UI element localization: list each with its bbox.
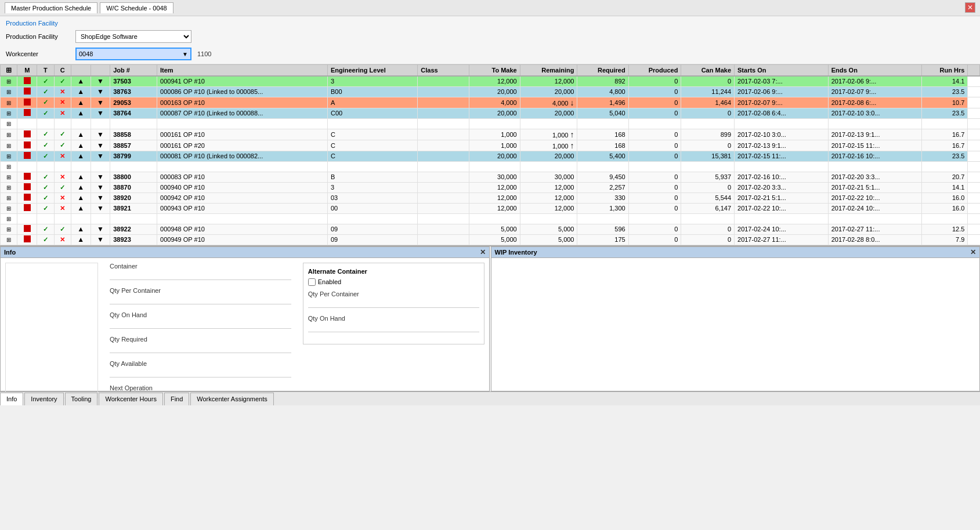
up-arrow[interactable]: ▲ [77, 225, 84, 233]
ends-on: 2017-02-06 9:... [831, 78, 877, 85]
expand-icon[interactable]: ⊞ [6, 174, 11, 180]
bottom-tab-workcenter-hours[interactable]: Workcenter Hours [99, 393, 162, 405]
expand-icon[interactable]: ⊞ [6, 110, 11, 117]
expand-icon[interactable]: ⊞ [6, 100, 11, 106]
down-arrow[interactable]: ▼ [97, 225, 104, 233]
down-arrow[interactable]: ▼ [97, 235, 104, 244]
prod-facility-label: Production Facility [6, 33, 75, 40]
table-row[interactable]: ⊞✓✕▲▼38923000949 OP #10095,0005,00017500… [1, 234, 980, 245]
expand-icon[interactable]: ⊞ [6, 132, 11, 138]
down-arrow[interactable]: ▼ [97, 183, 104, 191]
required: 2,257 [609, 184, 625, 191]
table-row[interactable]: ⊞✓✕▲▼38799000081 OP #10 (Linked to 00008… [1, 151, 980, 161]
main-table-wrapper[interactable]: ⊞ M T C Job # Item Engineering Level Cla… [0, 64, 980, 246]
bottom-tab-info[interactable]: Info [0, 393, 23, 405]
table-row[interactable]: ⊞ [1, 213, 980, 224]
up-arrow[interactable]: ▲ [77, 109, 84, 117]
qty-available-field: Qty Available [110, 360, 291, 377]
bottom-tab-workcenter-assignments[interactable]: Workcenter Assignments [190, 393, 273, 405]
table-row[interactable]: ⊞ [1, 118, 980, 129]
table-row[interactable]: ⊞✓✓▲▼38870000940 OP #10312,00012,0002,25… [1, 182, 980, 193]
tab-master-production[interactable]: Master Production Schedule [5, 2, 97, 13]
table-row[interactable]: ⊞✓✓▲▼38857000161 OP #20C1,0001,000 ↑1680… [1, 140, 980, 151]
down-arrow[interactable]: ▼ [97, 152, 104, 160]
ends-on: 2017-02-28 8:0... [831, 236, 880, 243]
up-arrow[interactable]: ▲ [77, 130, 84, 139]
table-row[interactable]: ⊞ [1, 161, 980, 172]
up-arrow[interactable]: ▲ [77, 88, 84, 96]
starts-on: 2017-02-03 7:... [737, 78, 783, 85]
table-row[interactable]: ⊞✓✕▲▼38800000083 OP #10B30,00030,0009,45… [1, 172, 980, 182]
down-arrow[interactable]: ▼ [97, 109, 104, 117]
table-row[interactable]: ⊞✓✕▲▼29053000163 OP #10A4,0004,000 ↓1,49… [1, 97, 980, 108]
up-arrow[interactable]: ▲ [77, 194, 84, 202]
prod-facility-select[interactable]: ShopEdge Software [75, 30, 191, 43]
expand-icon[interactable]: ⊞ [6, 216, 11, 222]
expand-icon[interactable]: ⊞ [6, 164, 11, 170]
up-arrow[interactable]: ▲ [77, 77, 84, 85]
down-arrow[interactable]: ▼ [97, 141, 104, 150]
bottom-tab-find[interactable]: Find [164, 393, 189, 405]
up-arrow[interactable]: ▲ [77, 204, 84, 212]
to-make: 12,000 [497, 194, 517, 201]
bottom-tab-tooling[interactable]: Tooling [65, 393, 98, 405]
production-facility-link[interactable]: Production Facility [6, 20, 58, 27]
up-arrow[interactable]: ▲ [77, 141, 84, 150]
info-panel-close[interactable]: ✕ [480, 248, 486, 256]
table-row[interactable]: ⊞✓✕▲▼38764000087 OP #10 (Linked to 00008… [1, 108, 980, 118]
table-row[interactable]: ⊞✓✕▲▼38921000943 OP #100012,00012,0001,3… [1, 203, 980, 213]
expand-icon[interactable]: ⊞ [6, 184, 11, 191]
table-row[interactable]: ⊞✓✓▲▼38858000161 OP #10C1,0001,000 ↑1680… [1, 129, 980, 140]
starts-on: 2017-02-08 6:4... [737, 110, 786, 117]
t-check: ✓ [43, 153, 48, 159]
wip-panel-close[interactable]: ✕ [970, 248, 976, 256]
c-x: ✕ [60, 110, 65, 117]
table-row[interactable]: ⊞✓✓▲▼38922000948 OP #10095,0005,00059600… [1, 224, 980, 234]
tab-wc-schedule[interactable]: W/C Schedule - 0048 [100, 2, 173, 13]
alt-qty-on-hand-field: Qty On Hand [308, 315, 479, 332]
required: 4,800 [609, 88, 625, 95]
produced: 0 [674, 142, 678, 149]
close-button[interactable]: ✕ [965, 2, 975, 13]
job-number: 38923 [113, 236, 131, 243]
job-number: 29053 [113, 99, 131, 106]
expand-icon[interactable]: ⊞ [6, 121, 11, 127]
up-arrow[interactable]: ▲ [77, 183, 84, 191]
required: 1,300 [609, 205, 625, 212]
expand-icon[interactable]: ⊞ [6, 205, 11, 212]
info-right-col: Alternate Container Enabled Qty Per Cont… [303, 263, 484, 398]
up-arrow[interactable]: ▲ [77, 235, 84, 244]
table-header-row: ⊞ M T C Job # Item Engineering Level Cla… [1, 65, 980, 77]
col-header-startson: Starts On [735, 65, 829, 77]
ends-on: 2017-02-22 10:... [831, 194, 880, 201]
workcenter-input[interactable]: 0048 ▼ [75, 48, 191, 60]
down-arrow[interactable]: ▼ [97, 173, 104, 181]
expand-icon[interactable]: ⊞ [6, 143, 11, 149]
up-arrow[interactable]: ▲ [77, 99, 84, 107]
table-row[interactable]: ⊞✓✕▲▼38920000942 OP #100312,00012,000330… [1, 193, 980, 203]
table-row[interactable]: ⊞✓✕▲▼38763000086 OP #10 (Linked to 00008… [1, 86, 980, 97]
eng-level: B00 [331, 88, 342, 95]
expand-icon[interactable]: ⊞ [6, 89, 11, 95]
down-arrow[interactable]: ▼ [97, 204, 104, 212]
eng-level: 3 [331, 78, 334, 85]
expand-icon[interactable]: ⊞ [6, 78, 11, 85]
required: 596 [614, 226, 625, 233]
c-check: ✓ [60, 141, 65, 148]
table-row[interactable]: ⊞✓✓▲▼37503000941 OP #10312,00012,0008920… [1, 76, 980, 86]
up-arrow[interactable]: ▲ [77, 152, 84, 160]
down-arrow[interactable]: ▼ [97, 99, 104, 107]
enabled-checkbox[interactable] [308, 278, 316, 286]
expand-icon[interactable]: ⊞ [6, 237, 11, 243]
up-arrow[interactable]: ▲ [77, 173, 84, 181]
expand-icon[interactable]: ⊞ [6, 195, 11, 201]
col-header-down [91, 65, 110, 77]
bottom-tab-inventory[interactable]: Inventory [24, 393, 63, 405]
expand-icon[interactable]: ⊞ [6, 153, 11, 159]
down-arrow[interactable]: ▼ [97, 130, 104, 139]
expand-icon[interactable]: ⊞ [6, 226, 11, 233]
down-arrow[interactable]: ▼ [97, 194, 104, 202]
qty-required-value [110, 344, 291, 353]
down-arrow[interactable]: ▼ [97, 88, 104, 96]
down-arrow[interactable]: ▼ [97, 77, 104, 85]
